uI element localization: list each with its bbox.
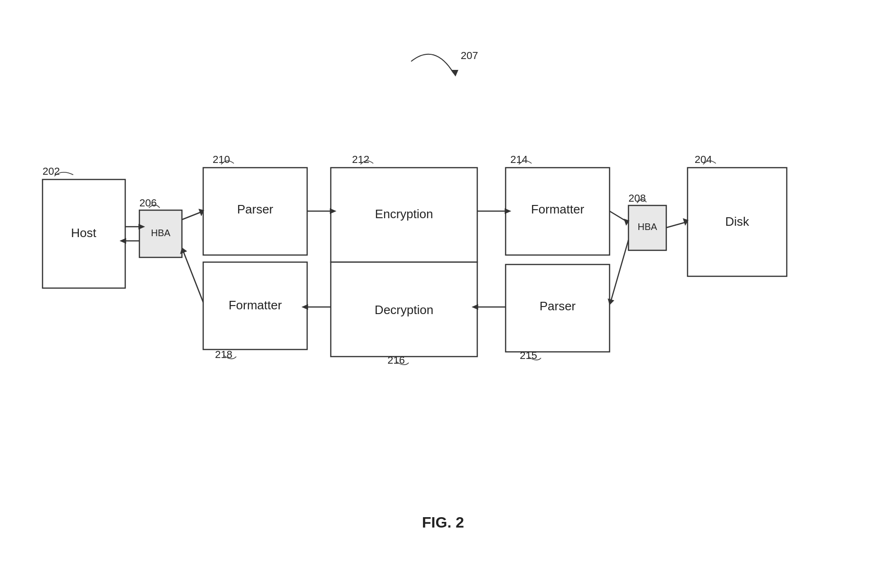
formatter-bot-text: Formatter: [229, 298, 282, 312]
ref-214: 214: [510, 153, 528, 165]
encryption-text: Encryption: [375, 207, 433, 221]
svg-line-12: [611, 240, 628, 302]
ref-208: 208: [628, 192, 646, 204]
svg-line-2: [182, 212, 202, 220]
decryption-text: Decryption: [375, 303, 433, 317]
hba-left-text: HBA: [151, 228, 171, 238]
ref-206: 206: [139, 197, 157, 209]
svg-marker-22: [451, 70, 458, 77]
figure-caption: FIG. 2: [422, 514, 464, 531]
svg-line-18: [183, 250, 203, 302]
parser-bot-text: Parser: [540, 299, 576, 313]
parser-top-text: Parser: [237, 202, 274, 216]
diagram-svg: Host HBA Parser Encryption Decryption Fo…: [0, 0, 886, 588]
ref-207: 207: [461, 50, 478, 61]
ref-212: 212: [352, 153, 370, 165]
diagram-container: Host HBA Parser Encryption Decryption Fo…: [0, 0, 886, 588]
formatter-top-text: Formatter: [531, 202, 585, 216]
ref-202: 202: [43, 165, 60, 177]
disk-text: Disk: [725, 214, 750, 229]
ref-204: 204: [695, 153, 712, 165]
host-text: Host: [71, 226, 96, 240]
ref-210: 210: [213, 153, 230, 165]
hba-right-text: HBA: [637, 222, 657, 232]
svg-line-10: [666, 222, 687, 228]
